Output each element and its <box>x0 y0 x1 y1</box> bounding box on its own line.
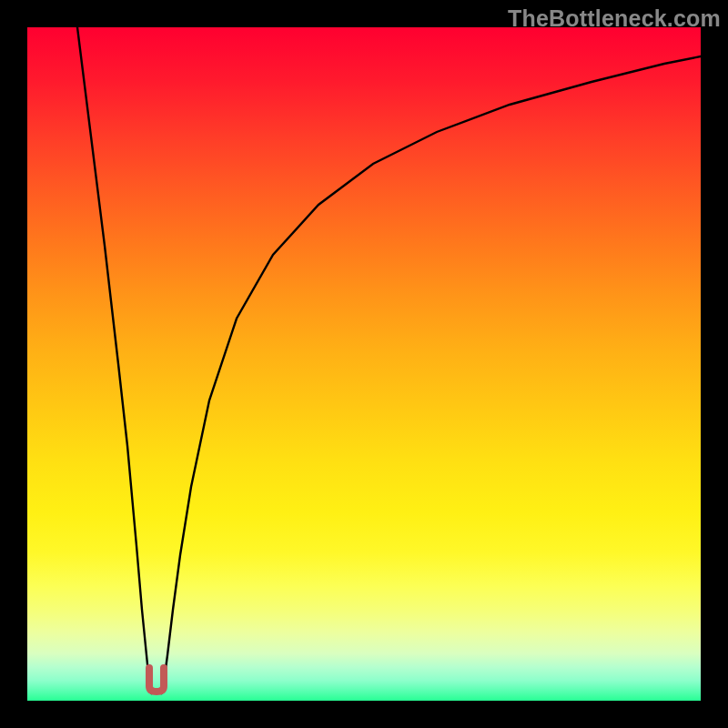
chart-container: TheBottleneck.com <box>0 0 728 728</box>
minimum-marker <box>149 668 164 692</box>
curve-right-branch <box>162 56 702 693</box>
curve-left-branch <box>77 27 152 693</box>
curve-layer <box>27 27 701 701</box>
plot-area <box>27 27 701 701</box>
